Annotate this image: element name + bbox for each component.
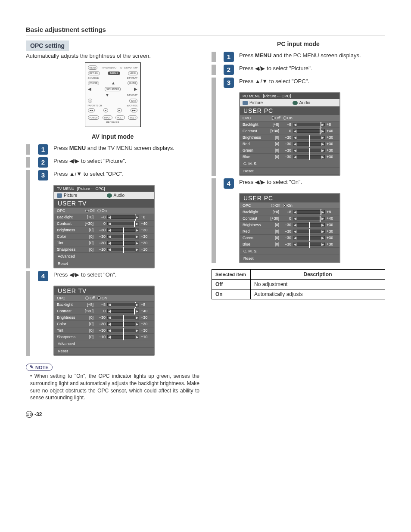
slider-right-arrow-icon[interactable]: ▶ — [135, 241, 139, 245]
menu-header: PC MENU[Picture ··· OPC] — [240, 93, 339, 99]
slider-row[interactable]: Backlight[+8]−8◀▶+8 — [240, 209, 339, 215]
slider-row[interactable]: Contrast[+30]0◀▶+40 — [240, 215, 339, 222]
slider-right-arrow-icon[interactable]: ▶ — [135, 309, 139, 313]
slider-row[interactable]: Red[0]−30◀▶+30 — [240, 228, 339, 235]
slider-right-arrow-icon[interactable]: ▶ — [135, 335, 139, 339]
slider-row[interactable]: Backlight[+8]−8◀▶+8 — [240, 121, 339, 128]
slider-left-arrow-icon[interactable]: ◀ — [108, 235, 111, 239]
slider-row[interactable]: Color[0]−30◀▶+30 — [54, 321, 154, 327]
slider-row[interactable]: Brightness[0]−30◀▶+30 — [54, 227, 154, 233]
slider-row[interactable]: Green[0]−30◀▶+30 — [240, 235, 339, 241]
slider-row[interactable]: Brightness[0]−30◀▶+30 — [240, 222, 339, 228]
slider-row[interactable]: Contrast[+30]0◀▶+40 — [54, 308, 154, 314]
slider-row[interactable]: Tint[0]−30◀▶+30 — [54, 327, 154, 334]
slider-row[interactable]: Red[0]−30◀▶+30 — [240, 141, 339, 147]
slider-left-arrow-icon[interactable]: ◀ — [293, 129, 297, 133]
slider-row[interactable]: Sharpness[0]−10◀▶+10 — [54, 334, 154, 340]
slider-left-arrow-icon[interactable]: ◀ — [293, 217, 297, 221]
radio-off-icon[interactable] — [271, 116, 274, 120]
pc-input-mode-heading: PC input mode — [212, 40, 385, 47]
slider-right-arrow-icon[interactable]: ▶ — [135, 235, 139, 239]
tab-audio[interactable]: Audio — [290, 99, 340, 106]
slider-row[interactable]: Tint[0]−30◀▶+30 — [54, 240, 154, 246]
tab-picture[interactable]: Picture — [240, 99, 290, 106]
slider-left-arrow-icon[interactable]: ◀ — [108, 248, 111, 252]
slider-left-arrow-icon[interactable]: ◀ — [293, 142, 297, 146]
radio-on-icon[interactable] — [97, 296, 101, 300]
slider-right-arrow-icon[interactable]: ▶ — [135, 303, 139, 307]
down-arrow-icon: ▼ — [262, 78, 268, 84]
slider-left-arrow-icon[interactable]: ◀ — [108, 329, 111, 333]
slider-left-arrow-icon[interactable]: ◀ — [293, 149, 297, 152]
slider-right-arrow-icon[interactable]: ▶ — [135, 329, 139, 333]
slider-right-arrow-icon[interactable]: ▶ — [135, 248, 139, 252]
slider-left-arrow-icon[interactable]: ◀ — [108, 322, 111, 326]
slider-right-arrow-icon[interactable]: ▶ — [135, 222, 139, 226]
slider-row[interactable]: Sharpness[0]−10◀▶+10 — [54, 246, 154, 253]
slider-row[interactable]: Blue[0]−30◀▶+30 — [240, 241, 339, 248]
slider-right-arrow-icon[interactable]: ▶ — [135, 316, 139, 320]
slider-left-arrow-icon[interactable]: ◀ — [108, 316, 111, 320]
slider-row[interactable]: Backlight[+8]−8◀▶+8 — [54, 214, 154, 221]
slider-right-arrow-icon[interactable]: ▶ — [321, 129, 324, 133]
menu-item[interactable]: Advanced — [54, 253, 154, 260]
slider-left-arrow-icon[interactable]: ◀ — [293, 223, 297, 227]
slider-left-arrow-icon[interactable]: ◀ — [293, 243, 297, 246]
slider-row[interactable]: Color[0]−30◀▶+30 — [54, 233, 154, 240]
slider-row[interactable]: Blue[0]−30◀▶+30 — [240, 154, 339, 160]
slider-row[interactable]: Contrast[+30]0◀▶+40 — [54, 221, 154, 227]
radio-off-icon[interactable] — [271, 204, 274, 207]
slider-left-arrow-icon[interactable]: ◀ — [108, 222, 111, 226]
slider-row[interactable]: Backlight[+8]−8◀▶+8 — [54, 302, 154, 308]
radio-on-icon[interactable] — [283, 116, 286, 120]
opc-toggle-row[interactable]: OPC Off On — [240, 115, 339, 121]
opc-toggle-row[interactable]: OPC Off On — [240, 202, 339, 209]
slider-left-arrow-icon[interactable]: ◀ — [108, 241, 111, 245]
slider-right-arrow-icon[interactable]: ▶ — [321, 123, 324, 127]
tab-audio[interactable]: Audio — [104, 192, 154, 199]
radio-on-icon[interactable] — [283, 204, 286, 207]
radio-off-icon[interactable] — [85, 296, 89, 300]
menu-item[interactable]: Reset — [240, 255, 339, 262]
menu-item[interactable]: Reset — [240, 168, 339, 175]
slider-row[interactable]: Brightness[0]−30◀▶+30 — [54, 314, 154, 321]
slider-right-arrow-icon[interactable]: ▶ — [135, 322, 139, 326]
slider-row[interactable]: Brightness[0]−30◀▶+30 — [240, 134, 339, 141]
slider-left-arrow-icon[interactable]: ◀ — [108, 215, 111, 219]
menu-item[interactable]: C. M. S. — [240, 248, 339, 255]
slider-right-arrow-icon[interactable]: ▶ — [321, 217, 324, 221]
slider-right-arrow-icon[interactable]: ▶ — [321, 230, 324, 233]
slider-row[interactable]: Contrast[+30]0◀▶+40 — [240, 128, 339, 134]
slider-left-arrow-icon[interactable]: ◀ — [108, 309, 111, 313]
slider-left-arrow-icon[interactable]: ◀ — [293, 155, 297, 159]
menu-item[interactable]: Reset — [54, 260, 154, 268]
slider-right-arrow-icon[interactable]: ▶ — [135, 228, 139, 232]
slider-right-arrow-icon[interactable]: ▶ — [321, 243, 324, 246]
slider-left-arrow-icon[interactable]: ◀ — [293, 123, 297, 127]
opc-toggle-row[interactable]: OPC Off On — [54, 208, 154, 214]
slider-left-arrow-icon[interactable]: ◀ — [293, 136, 297, 140]
slider-right-arrow-icon[interactable]: ▶ — [321, 136, 324, 140]
slider-right-arrow-icon[interactable]: ▶ — [321, 223, 324, 227]
slider-left-arrow-icon[interactable]: ◀ — [293, 230, 297, 233]
slider-left-arrow-icon[interactable]: ◀ — [293, 210, 297, 214]
slider-left-arrow-icon[interactable]: ◀ — [293, 236, 297, 240]
slider-right-arrow-icon[interactable]: ▶ — [321, 155, 324, 159]
slider-right-arrow-icon[interactable]: ▶ — [321, 236, 324, 240]
slider-left-arrow-icon[interactable]: ◀ — [108, 303, 111, 307]
menu-item[interactable]: C. M. S. — [240, 160, 339, 168]
menu-item[interactable]: Reset — [54, 348, 154, 355]
slider-left-arrow-icon[interactable]: ◀ — [108, 228, 111, 232]
tab-picture[interactable]: Picture — [54, 192, 104, 199]
slider-right-arrow-icon[interactable]: ▶ — [321, 149, 324, 152]
slider-left-arrow-icon[interactable]: ◀ — [108, 335, 111, 339]
radio-off-icon[interactable] — [85, 209, 89, 212]
slider-row[interactable]: Green[0]−30◀▶+30 — [240, 147, 339, 154]
slider-right-arrow-icon[interactable]: ▶ — [321, 142, 324, 146]
opc-toggle-row[interactable]: OPC Off On — [54, 295, 154, 302]
menu-item[interactable]: Advanced — [54, 340, 154, 348]
slider-right-arrow-icon[interactable]: ▶ — [321, 210, 324, 214]
radio-on-icon[interactable] — [97, 209, 101, 212]
step-number: 2 — [38, 157, 48, 168]
slider-right-arrow-icon[interactable]: ▶ — [135, 215, 139, 219]
